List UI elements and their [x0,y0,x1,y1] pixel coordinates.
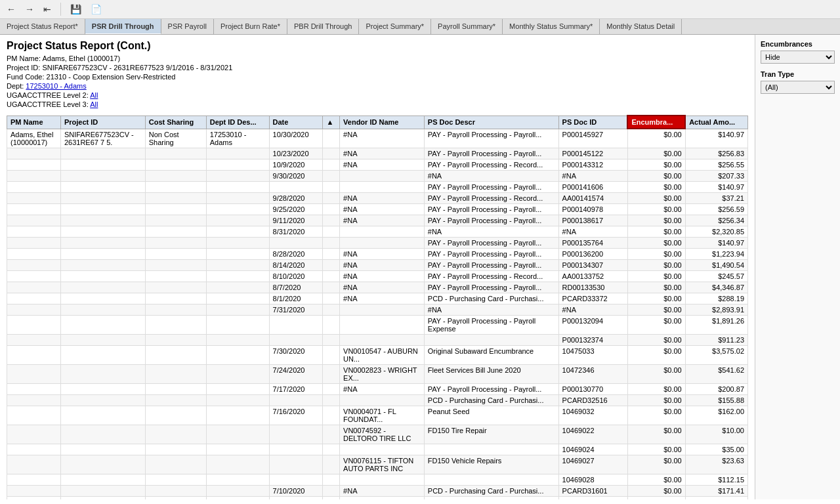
table-row: VN0074592 - DELTORO TIRE LLCFD150 Tire R… [7,425,748,444]
forward-button[interactable]: → [22,3,37,16]
table-cell: $256.34 [685,215,747,226]
tab-monthly-status-summary[interactable]: Monthly Status Summary* [503,19,600,34]
table-cell [145,248,206,259]
table-cell: FD150 Vehicle Repairs [424,455,558,474]
table-row: 9/25/2020#NAPAY - Payroll Processing - P… [7,203,748,215]
table-cell [7,237,61,248]
table-cell: #NA [340,383,425,394]
table-cell [7,215,61,226]
table-cell: $162.00 [685,406,747,425]
table-cell: Non Cost Sharing [145,129,206,148]
table-cell: $0.00 [627,444,685,455]
table-cell [323,226,340,237]
table-row: 9/30/2020#NA#NA$0.00$207.33 [7,170,748,181]
tab-payroll-summary[interactable]: Payroll Summary* [431,19,503,34]
table-cell: $288.19 [685,293,747,304]
dept-link[interactable]: 17253010 - Adams [26,82,86,90]
table-cell [323,282,340,293]
table-cell [206,315,269,334]
table-cell [7,425,61,444]
table-cell [145,474,206,485]
toolbar-separator [60,3,61,16]
col-header-encumbrances: Encumbra... [627,116,685,129]
table-cell [7,485,61,496]
table-cell: VN0004071 - FL FOUNDAT... [340,406,425,425]
table-cell [145,444,206,455]
tab-psr-drill-through[interactable]: PSR Drill Through [85,19,161,34]
table-cell [323,181,340,192]
sort-icon[interactable]: ▲ [323,116,340,129]
table-row: 9/28/2020#NAPAY - Payroll Processing - R… [7,192,748,203]
table-cell [340,181,425,192]
table-cell [145,455,206,474]
col-header-vendor: Vendor ID Name [340,116,425,129]
table-cell: $0.00 [627,406,685,425]
encumbrances-select[interactable]: Hide [761,51,835,64]
main-container: Project Status Report (Cont.) PM Name: A… [0,35,840,499]
table-cell [145,237,206,248]
tab-pbr-drill-through[interactable]: PBR Drill Through [287,19,359,34]
table-cell [323,406,340,425]
table-cell: Adams, Ethel (10000017) [7,129,61,148]
table-cell [323,203,340,215]
table-cell [7,334,61,345]
table-cell: PAY - Payroll Processing - Payroll... [424,282,558,293]
project-id-line: Project ID: SNIFARE677523CV - 2631RE6775… [7,64,748,72]
tab-project-status-report[interactable]: Project Status Report* [0,19,85,34]
table-cell: $0.00 [627,474,685,485]
table-cell: FD150 Tire Repair [424,425,558,444]
tab-monthly-status-detail[interactable]: Monthly Status Detail [600,19,682,34]
table-cell: 9/11/2020 [269,215,323,226]
tab-project-burn-rate[interactable]: Project Burn Rate* [214,19,287,34]
table-cell: 8/14/2020 [269,259,323,270]
table-cell [206,485,269,496]
table-cell [206,248,269,259]
table-cell: $2,893.91 [685,304,747,315]
table-row: 7/3/2020#NAPAY - Payroll Processing - Pa… [7,496,748,499]
table-row: 7/10/2020#NAPCD - Purchasing Card - Purc… [7,485,748,496]
table-cell: $10.00 [685,425,747,444]
tran-type-select[interactable]: (All) [761,81,835,94]
dept-label: Dept: [7,82,24,90]
table-cell: $0.00 [627,383,685,394]
table-cell [206,345,269,364]
content-area: Project Status Report (Cont.) PM Name: A… [0,35,755,499]
table-cell [206,334,269,345]
table-cell [145,259,206,270]
tab-project-summary[interactable]: Project Summary* [359,19,431,34]
table-cell: $0.00 [627,237,685,248]
table-cell [7,203,61,215]
table-row: 7/16/2020VN0004071 - FL FOUNDAT...Peanut… [7,406,748,425]
table-cell [206,496,269,499]
table-cell: PAY - Payroll Processing - Payroll... [424,148,558,159]
table-cell: P000132374 [558,334,627,345]
back-button[interactable]: ← [4,3,18,16]
table-cell: VN0074592 - DELTORO TIRE LLC [340,425,425,444]
table-cell: $1,891.26 [685,315,747,334]
col-header-date: Date [269,116,323,129]
table-row: 7/31/2020#NA#NA$0.00$2,893.91 [7,304,748,315]
table-cell [323,383,340,394]
table-cell [7,406,61,425]
table-cell [340,237,425,248]
table-cell [145,406,206,425]
table-cell: $0.00 [627,496,685,499]
tab-psr-payroll[interactable]: PSR Payroll [161,19,214,34]
table-cell: $3,575.02 [685,345,747,364]
table-row: VN0076115 - TIFTON AUTO PARTS INCFD150 V… [7,455,748,474]
table-cell [7,270,61,282]
table-cell [7,293,61,304]
table-row: P000132374$0.00$911.23 [7,334,748,345]
table-cell [323,455,340,474]
print-button[interactable]: 📄 [88,3,104,16]
table-cell: 10469022 [558,425,627,444]
table-cell [145,293,206,304]
table-cell [206,394,269,406]
table-cell: PCARD32516 [558,394,627,406]
save-button[interactable]: 💾 [68,3,84,16]
table-cell: $35.00 [685,444,747,455]
back-page-button[interactable]: ⇤ [41,3,54,16]
table-cell [206,364,269,383]
ugacc-level3-link[interactable]: All [90,100,98,108]
ugacc-level2-link[interactable]: All [90,91,98,99]
